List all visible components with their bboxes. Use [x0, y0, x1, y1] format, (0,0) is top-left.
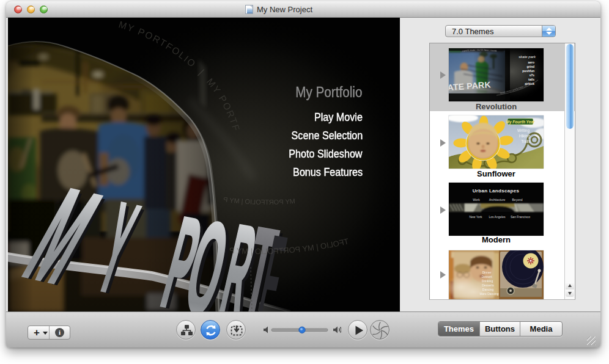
- svg-text:New York: New York: [469, 215, 482, 219]
- svg-text:Desserts: Desserts: [482, 283, 494, 287]
- svg-text:More Dancing: More Dancing: [479, 292, 498, 296]
- svg-text:Architecture: Architecture: [489, 198, 506, 202]
- svg-text:Trails: Trails: [521, 139, 531, 144]
- svg-text:Writing: Writing: [517, 128, 530, 133]
- svg-text:Work: Work: [473, 198, 480, 202]
- svg-text:Urban Landscapes: Urban Landscapes: [473, 188, 520, 194]
- svg-text:pushfun: pushfun: [522, 69, 534, 73]
- svg-text:Dessert: Dessert: [481, 275, 492, 278]
- svg-text:My Fourth Year: My Fourth Year: [506, 120, 535, 125]
- svg-text:Beyond: Beyond: [512, 198, 523, 202]
- svg-text:v7s: v7s: [530, 73, 535, 77]
- svg-text:airkick: airkick: [525, 82, 534, 86]
- svg-text:Los Angeles: Los Angeles: [489, 215, 506, 219]
- svg-text:tails: tails: [528, 78, 534, 81]
- svg-text:aero: aero: [528, 60, 534, 64]
- svg-text:Dancing: Dancing: [482, 288, 494, 291]
- svg-text:Dinner: Dinner: [482, 271, 492, 274]
- svg-text:Hiking: Hiking: [519, 134, 530, 139]
- svg-text:grind: grind: [527, 65, 535, 68]
- svg-text:San Francisco: San Francisco: [511, 215, 530, 219]
- svg-text:skate park: skate park: [519, 55, 536, 59]
- svg-text:Drinking: Drinking: [482, 279, 493, 283]
